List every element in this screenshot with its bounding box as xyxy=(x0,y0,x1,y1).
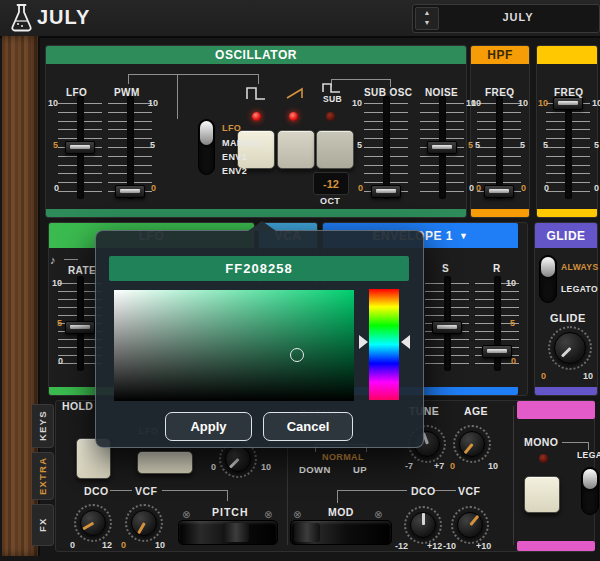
pwm-source-option-env1[interactable]: ENV1 xyxy=(222,152,247,162)
hpf-freq-slider[interactable] xyxy=(477,103,521,192)
dco-vcf-line xyxy=(110,490,132,491)
tick-label: 10 xyxy=(506,278,516,288)
tick-label: 10 xyxy=(471,98,481,108)
saturation-value-area[interactable] xyxy=(114,290,354,401)
sub-wave-button[interactable] xyxy=(316,130,354,169)
hue-arrow-right-icon[interactable] xyxy=(401,335,410,349)
hold-dco-max: 12 xyxy=(102,540,112,550)
envelope-dropdown-icon[interactable]: ▼ xyxy=(459,231,468,241)
titlebar: JULY ▲ ▼ JULY xyxy=(0,0,600,38)
square-wave-button[interactable] xyxy=(237,130,275,169)
octave-down[interactable]: DOWN xyxy=(299,464,331,475)
tab-fx[interactable]: FX xyxy=(32,504,54,546)
hold-vcf-knob[interactable] xyxy=(125,504,163,542)
mod-lock-left-icon[interactable]: ⊗ xyxy=(293,509,301,520)
hpf-header: HPF xyxy=(471,46,529,64)
mod-wheel[interactable] xyxy=(290,520,392,545)
tick-label: 5 xyxy=(53,140,58,150)
mod-label: MOD xyxy=(328,506,354,518)
hpf-freq-slider-handle[interactable] xyxy=(484,185,514,198)
sub-osc-slider[interactable] xyxy=(364,103,408,192)
sub-wave-led xyxy=(326,112,335,121)
tab-keys[interactable]: KEYS xyxy=(32,404,54,448)
noise-slider-handle[interactable] xyxy=(427,141,457,154)
mod-route-line xyxy=(337,490,407,491)
hold-lfo-button[interactable] xyxy=(137,451,193,474)
mono-led xyxy=(539,454,548,463)
noise-slider[interactable] xyxy=(420,103,464,192)
pwm-source-option-manual[interactable]: MANUAL xyxy=(222,138,263,148)
note-icon: ♪ xyxy=(50,254,56,266)
vcf-freq-label: FREQ xyxy=(554,87,583,98)
hex-color-field[interactable]: FF208258 xyxy=(109,256,409,281)
legato-switch[interactable] xyxy=(581,467,599,515)
vcf-header xyxy=(537,46,597,64)
mod-vcf-label: VCF xyxy=(458,485,480,497)
sub-octave-display[interactable]: -12 xyxy=(313,172,349,195)
mono-button[interactable] xyxy=(524,476,560,513)
pwm-source-option-env2[interactable]: ENV2 xyxy=(222,166,247,176)
tick-label: 10 xyxy=(538,98,548,108)
glide-mode-switch[interactable] xyxy=(539,255,557,303)
glide-section: GLIDE xyxy=(534,222,598,396)
preset-name[interactable]: JULY xyxy=(439,5,597,30)
glide-mode-always[interactable]: ALWAYS xyxy=(561,262,599,272)
color-cursor[interactable] xyxy=(290,348,304,362)
saw-wave-button[interactable] xyxy=(277,130,315,169)
hold-dco-knob[interactable] xyxy=(74,504,112,542)
pwm-routing-bracket xyxy=(128,74,259,84)
square-wave-icon xyxy=(246,86,266,100)
osc-lfo-slider[interactable] xyxy=(58,103,102,192)
pitch-lock-right-icon[interactable]: ⊗ xyxy=(264,509,272,520)
osc-lfo-slider-handle[interactable] xyxy=(65,141,95,154)
mod-dco-knob[interactable] xyxy=(404,506,442,544)
pwm-source-switch[interactable] xyxy=(198,119,215,175)
mod-vcf-knob[interactable] xyxy=(451,506,489,544)
octave-normal[interactable]: NORMAL xyxy=(322,452,364,462)
tab-extra[interactable]: EXTRA xyxy=(32,452,54,500)
vcf-freq-slider-handle[interactable] xyxy=(553,97,583,110)
hue-slider[interactable] xyxy=(369,289,399,400)
saw-wave-led xyxy=(289,112,298,121)
age-knob[interactable] xyxy=(453,425,491,463)
tick-label: 0 xyxy=(358,183,363,193)
preset-down-icon[interactable]: ▼ xyxy=(416,18,438,28)
glide-knob-label: GLIDE xyxy=(550,312,586,324)
noise-label: NOISE xyxy=(425,87,458,98)
glide-footer-strip xyxy=(535,387,597,395)
octave-up[interactable]: UP xyxy=(353,464,367,475)
hue-arrow-left-icon[interactable] xyxy=(359,335,368,349)
vcf-route-line xyxy=(162,490,227,491)
vcf-freq-slider[interactable] xyxy=(546,103,590,192)
mod-vcf-max: +10 xyxy=(476,541,491,551)
mod-lock-right-icon[interactable]: ⊗ xyxy=(374,509,382,520)
oscillator-header: OSCILLATOR xyxy=(46,46,466,64)
sub-osc-slider-handle[interactable] xyxy=(371,185,401,198)
env-release-slider-handle[interactable] xyxy=(482,345,512,358)
osc-pwm-slider-handle[interactable] xyxy=(115,185,145,198)
lfo-rate-slider-handle[interactable] xyxy=(65,321,95,334)
tick-label: 0 xyxy=(521,183,526,193)
preset-selector[interactable]: ▲ ▼ JULY xyxy=(412,4,600,33)
glide-max: 10 xyxy=(583,371,593,381)
pitch-lock-left-icon[interactable]: ⊗ xyxy=(182,509,190,520)
hpf-footer-strip xyxy=(471,209,529,217)
apply-button[interactable]: Apply xyxy=(165,412,252,441)
preset-up-icon[interactable]: ▲ xyxy=(416,8,438,18)
env-sustain-slider-handle[interactable] xyxy=(432,321,462,334)
pwm-source-option-lfo[interactable]: LFO xyxy=(222,123,241,133)
tick-label: 5 xyxy=(475,140,480,150)
cancel-button[interactable]: Cancel xyxy=(263,412,353,441)
env-sustain-slider[interactable] xyxy=(425,283,469,364)
tick-label: 5 xyxy=(357,140,362,150)
tick-label: 0 xyxy=(54,183,59,193)
hpf-freq-label: FREQ xyxy=(485,87,514,98)
preset-stepper[interactable]: ▲ ▼ xyxy=(415,7,439,30)
glide-mode-legato[interactable]: LEGATO xyxy=(561,284,598,294)
glide-knob[interactable] xyxy=(548,326,592,370)
dialog-pointer-arrow xyxy=(248,221,276,231)
tick-label: 10 xyxy=(52,278,62,288)
mini-knob-max: 10 xyxy=(261,462,271,472)
pitch-wheel[interactable] xyxy=(178,520,278,545)
osc-pwm-slider[interactable] xyxy=(108,103,152,192)
